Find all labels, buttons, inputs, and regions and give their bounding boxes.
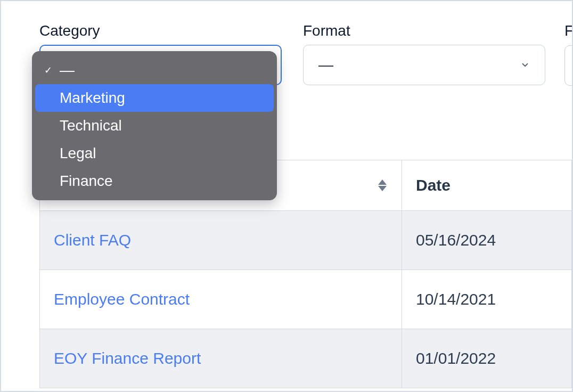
dropdown-item-finance[interactable]: Finance xyxy=(35,167,274,195)
sort-down-icon xyxy=(378,186,387,191)
sort-up-icon xyxy=(378,179,387,185)
sort-icon[interactable] xyxy=(378,179,387,191)
dropdown-item-label: Technical xyxy=(60,117,122,134)
dropdown-item-empty[interactable]: ✓ — xyxy=(35,56,274,84)
document-date: 05/16/2024 xyxy=(402,211,572,270)
format-select[interactable]: — xyxy=(303,45,545,85)
document-name-link[interactable]: Employee Contract xyxy=(40,270,402,329)
dropdown-item-label: — xyxy=(60,62,75,79)
dropdown-item-technical[interactable]: Technical xyxy=(35,112,274,140)
table-row: EOY Finance Report 01/01/2022 xyxy=(40,329,572,388)
chevron-down-icon xyxy=(520,60,530,70)
check-icon: ✓ xyxy=(43,64,53,76)
document-date: 10/14/2021 xyxy=(402,270,572,329)
dropdown-item-marketing[interactable]: Marketing xyxy=(35,84,274,112)
dropdown-item-label: Marketing xyxy=(60,89,125,107)
document-name-link[interactable]: EOY Finance Report xyxy=(40,329,402,388)
third-select-partial[interactable] xyxy=(564,45,573,86)
table-row: Employee Contract 10/14/2021 xyxy=(40,270,572,329)
third-filter-label-partial: F xyxy=(564,22,573,39)
category-label: Category xyxy=(39,22,282,39)
document-name-link[interactable]: Client FAQ xyxy=(40,211,402,270)
format-label: Format xyxy=(303,22,545,39)
format-selected-value: — xyxy=(318,56,333,74)
table-row: Client FAQ 05/16/2024 xyxy=(40,211,572,270)
document-date: 01/01/2022 xyxy=(402,329,572,388)
category-dropdown: ✓ — Marketing Technical Legal Finance xyxy=(32,51,277,200)
dropdown-item-label: Finance xyxy=(60,173,113,190)
dropdown-item-label: Legal xyxy=(60,145,96,162)
filter-group-format: Format — xyxy=(303,22,545,85)
dropdown-item-legal[interactable]: Legal xyxy=(35,140,274,167)
column-header-date[interactable]: Date xyxy=(402,160,572,211)
column-header-date-label: Date xyxy=(416,176,451,194)
